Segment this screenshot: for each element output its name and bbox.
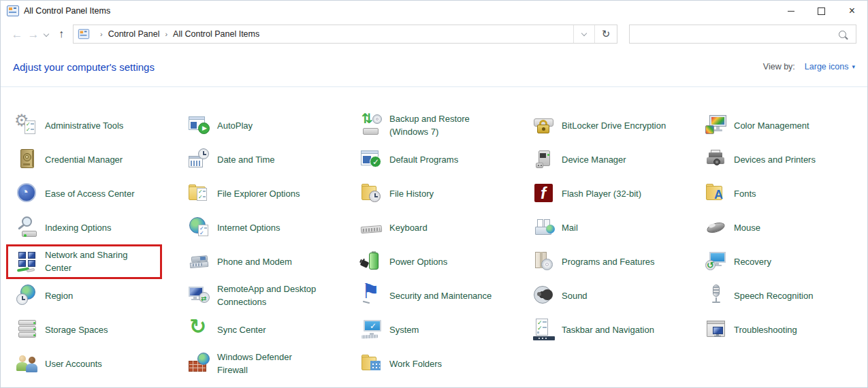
item-work-folders[interactable]: Work Folders <box>351 346 523 381</box>
address-dropdown-button[interactable] <box>573 25 594 43</box>
item-remoteapp[interactable]: ⇄RemoteApp and DesktopConnections <box>178 278 351 312</box>
item-ease-of-access[interactable]: ◔Ease of Access Center <box>6 176 178 210</box>
item-internet-options[interactable]: ✓✓Internet Options <box>178 210 351 244</box>
view-by-control: View by: Large icons ▾ <box>763 62 855 71</box>
file-explorer-options-icon: ✓✓ <box>188 182 211 205</box>
ease-of-access-icon: ◔ <box>16 182 39 205</box>
items-grid: ⚙✓✓Administrative Tools▶AutoPlay⇅Backup … <box>6 108 867 381</box>
item-default-programs[interactable]: ✓Default Programs <box>351 142 523 176</box>
close-icon: × <box>849 5 855 16</box>
minimize-button[interactable] <box>775 1 806 21</box>
security-maintenance-icon: ⚑ <box>360 284 383 307</box>
region-icon <box>16 284 39 307</box>
item-mail[interactable]: Mail <box>523 210 695 244</box>
remoteapp-icon: ⇄ <box>188 284 211 307</box>
maximize-button[interactable] <box>806 1 837 21</box>
page-header: Adjust your computer's settings View by:… <box>1 47 867 87</box>
address-bar-right: ↻ <box>573 25 617 43</box>
item-label: Power Options <box>389 255 447 268</box>
view-by-label: View by: <box>763 62 795 71</box>
item-label: Color Management <box>734 119 809 132</box>
view-by-value: Large icons <box>805 62 849 71</box>
keyboard-icon <box>360 216 383 239</box>
item-security-maintenance[interactable]: ⚑Security and Maintenance <box>351 278 523 312</box>
bitlocker-icon <box>532 114 556 137</box>
item-phone-modem[interactable]: Phone and Modem <box>178 244 351 278</box>
history-chevron-icon <box>44 31 49 37</box>
sound-icon <box>532 284 556 307</box>
address-bar[interactable]: ›Control Panel›All Control Panel Items ↻ <box>73 25 617 44</box>
item-date-time[interactable]: Date and Time <box>178 142 351 176</box>
item-bitlocker[interactable]: BitLocker Drive Encryption <box>523 108 695 142</box>
up-button[interactable]: ↑ <box>54 29 69 39</box>
item-autoplay[interactable]: ▶AutoPlay <box>178 108 351 142</box>
item-file-history[interactable]: File History <box>351 176 523 210</box>
power-options-icon <box>360 250 383 273</box>
item-label: Mail <box>562 221 578 234</box>
item-label: AutoPlay <box>217 119 253 132</box>
speech-recognition-icon <box>705 284 728 307</box>
close-button[interactable]: × <box>837 1 867 21</box>
item-keyboard[interactable]: Keyboard <box>351 210 523 244</box>
forward-button[interactable]: → <box>25 29 42 40</box>
item-flash-player[interactable]: fFlash Player (32-bit) <box>523 176 695 210</box>
item-label: Sound <box>562 289 588 302</box>
item-taskbar-navigation[interactable]: ✓✓Taskbar and Navigation <box>523 312 695 346</box>
autoplay-icon: ▶ <box>188 114 211 137</box>
item-user-accounts[interactable]: User Accounts <box>6 346 178 381</box>
item-label: BitLocker Drive Encryption <box>562 119 666 132</box>
item-sync-center[interactable]: ↻Sync Center <box>178 312 351 346</box>
item-speech-recognition[interactable]: Speech Recognition <box>695 278 867 312</box>
item-label: Storage Spaces <box>45 323 108 336</box>
item-region[interactable]: Region <box>6 278 178 312</box>
item-recovery[interactable]: ↺Recovery <box>695 244 867 278</box>
item-label: Recovery <box>734 255 771 268</box>
item-label: Keyboard <box>389 221 428 234</box>
item-color-management[interactable]: Color Management <box>695 108 867 142</box>
history-dropdown-button[interactable] <box>42 28 54 40</box>
item-label: Fonts <box>734 187 756 200</box>
window-title: All Control Panel Items <box>24 6 110 16</box>
item-label: Region <box>45 289 73 302</box>
item-label: Speech Recognition <box>734 289 813 302</box>
window-controls: × <box>775 1 867 21</box>
up-icon: ↑ <box>59 28 64 39</box>
search-input[interactable] <box>630 29 839 39</box>
item-mouse[interactable]: Mouse <box>695 210 867 244</box>
item-programs-features[interactable]: Programs and Features <box>523 244 695 278</box>
breadcrumb: ›Control Panel›All Control Panel Items <box>95 29 259 39</box>
back-icon: ← <box>12 28 23 41</box>
search-box <box>629 25 856 44</box>
navigation-toolbar: ← → ↑ ›Control Panel›All Control Panel I… <box>1 21 867 47</box>
item-label: Credential Manager <box>45 153 123 166</box>
search-icon <box>839 31 846 38</box>
refresh-button[interactable]: ↻ <box>594 25 617 43</box>
item-network-sharing[interactable]: Network and SharingCenter <box>6 244 178 278</box>
storage-spaces-icon <box>16 318 39 341</box>
breadcrumb-item[interactable]: All Control Panel Items <box>173 29 259 39</box>
credential-manager-icon <box>16 148 39 171</box>
item-troubleshooting[interactable]: Troubleshooting <box>695 312 867 346</box>
crumb-separator-icon: › <box>159 30 173 38</box>
item-backup-restore[interactable]: ⇅Backup and Restore(Windows 7) <box>351 108 523 142</box>
item-label: Ease of Access Center <box>45 187 135 200</box>
view-by-dropdown[interactable]: Large icons ▾ <box>805 62 855 71</box>
item-storage-spaces[interactable]: Storage Spaces <box>6 312 178 346</box>
item-fonts[interactable]: AFonts <box>695 176 867 210</box>
item-power-options[interactable]: Power Options <box>351 244 523 278</box>
item-administrative-tools[interactable]: ⚙✓✓Administrative Tools <box>6 108 178 142</box>
item-file-explorer-options[interactable]: ✓✓File Explorer Options <box>178 176 351 210</box>
item-windows-defender-firewall[interactable]: Windows DefenderFirewall <box>178 346 351 381</box>
item-credential-manager[interactable]: Credential Manager <box>6 142 178 176</box>
item-label: Network and SharingCenter <box>45 248 127 274</box>
item-indexing-options[interactable]: Indexing Options <box>6 210 178 244</box>
item-device-manager[interactable]: Device Manager <box>523 142 695 176</box>
item-sound[interactable]: Sound <box>523 278 695 312</box>
item-devices-printers[interactable]: Devices and Printers <box>695 142 867 176</box>
back-button[interactable]: ← <box>9 29 25 40</box>
breadcrumb-item[interactable]: Control Panel <box>108 29 160 39</box>
control-panel-app-icon <box>7 5 19 16</box>
title-bar: All Control Panel Items × <box>1 1 867 21</box>
item-system[interactable]: ✓System <box>351 312 523 346</box>
file-history-icon <box>360 182 383 205</box>
